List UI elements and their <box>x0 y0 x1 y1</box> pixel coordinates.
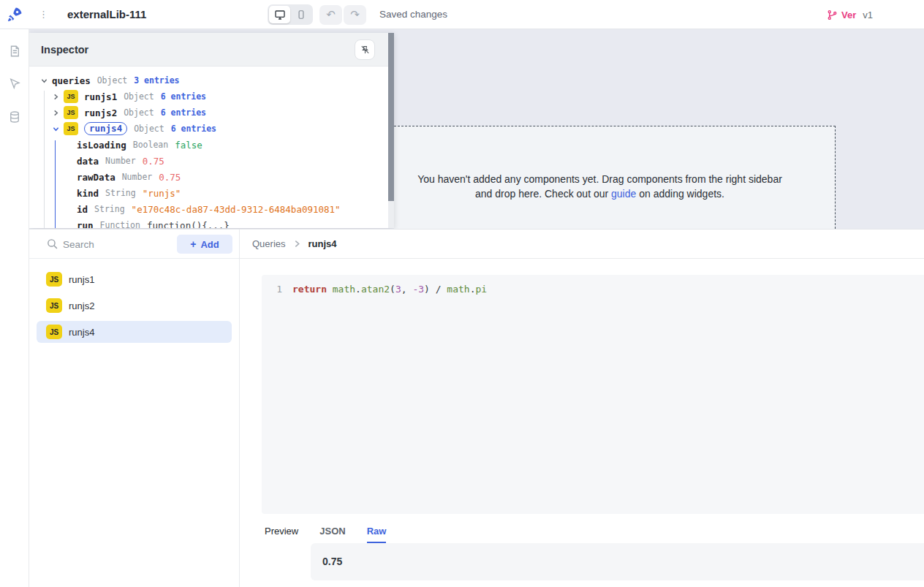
code-editor[interactable]: 1 return math.atan2(3, -3) / math.pi <box>262 275 924 514</box>
tree-count: 6 entries <box>161 91 206 102</box>
inspector-scrollbar[interactable] <box>388 33 394 228</box>
tree-type: Object <box>97 75 128 86</box>
prop-type: Function <box>100 220 140 228</box>
canvas-empty-line2: and drop here. Check out our guide on ad… <box>394 186 806 201</box>
prop-key: isLoading <box>77 140 126 151</box>
tree-count: 6 entries <box>161 107 206 118</box>
tree-prop-id[interactable]: id String "e170c48c-da87-43dd-9312-6484b… <box>29 201 394 217</box>
desktop-toggle-button[interactable] <box>269 6 290 23</box>
tree-type: Object <box>124 107 154 118</box>
add-query-button[interactable]: + Add <box>177 235 232 254</box>
query-item-label: runjs4 <box>69 327 94 338</box>
canvas-empty-line1: You haven't added any components yet. Dr… <box>394 172 806 186</box>
query-search-input[interactable] <box>63 233 173 255</box>
prop-value: 0.75 <box>143 156 164 167</box>
guide-link[interactable]: guide <box>611 188 636 200</box>
tree-prop-rawData[interactable]: rawData Number 0.75 <box>29 169 394 185</box>
tree-key: runjs1 <box>84 91 117 102</box>
pin-off-icon <box>360 45 371 56</box>
tree-prop-run[interactable]: run Function function(){...} <box>29 217 394 228</box>
search-icon <box>46 238 58 250</box>
pages-document-icon <box>8 45 21 58</box>
inspect-cursor-icon <box>8 77 21 91</box>
chevron-right-icon[interactable] <box>52 93 59 100</box>
canvas-empty-message: You haven't added any components yet. Dr… <box>394 172 835 201</box>
unpin-button[interactable] <box>355 39 375 60</box>
chevron-down-icon[interactable] <box>52 125 59 132</box>
git-version-icon <box>827 10 838 20</box>
app-title: externalLib-111 <box>67 0 146 29</box>
tree-prop-isLoading[interactable]: isLoading Boolean false <box>29 137 394 153</box>
query-list: JS runjs1 JS runjs2 JS runjs4 <box>29 259 239 343</box>
version-label: Ver <box>841 10 856 20</box>
undo-button[interactable]: ↶ <box>319 5 342 25</box>
inspector-panel: Inspector queries Object 3 entries JS ru… <box>29 33 394 228</box>
prop-type: Boolean <box>133 140 168 150</box>
tree-type: Object <box>134 124 164 134</box>
tree-key: queries <box>52 75 91 86</box>
inspector-title: Inspector <box>41 33 88 67</box>
breadcrumb-queries[interactable]: Queries <box>252 238 286 249</box>
js-badge: JS <box>46 298 62 313</box>
tab-json[interactable]: JSON <box>319 526 345 543</box>
sidebar-item-inspector[interactable] <box>0 74 29 94</box>
version-value: v1 <box>863 10 873 20</box>
tree-type: Object <box>124 91 154 102</box>
database-icon <box>8 110 21 124</box>
chevron-right-icon[interactable] <box>52 109 59 116</box>
tree-node-runjs2[interactable]: JS runjs2 Object 6 entries <box>29 105 394 121</box>
prop-value: "runjs" <box>143 188 181 199</box>
scrollbar-thumb[interactable] <box>388 33 394 201</box>
top-bar: ⋮ externalLib-111 ↶ ↷ Saved changes Ver … <box>0 0 924 29</box>
prop-key: data <box>77 156 99 167</box>
tree-guide-line <box>44 91 45 228</box>
prop-key: id <box>77 204 88 215</box>
tab-preview[interactable]: Preview <box>265 526 298 543</box>
tab-raw[interactable]: Raw <box>367 526 387 543</box>
tree-prop-kind[interactable]: kind String "runjs" <box>29 185 394 201</box>
js-badge: JS <box>46 325 62 339</box>
chevron-down-icon[interactable] <box>40 77 48 84</box>
prop-key: rawData <box>77 172 116 183</box>
sidebar-item-pages[interactable] <box>0 41 29 61</box>
js-badge: JS <box>64 90 78 103</box>
version-selector[interactable]: Ver v1 <box>827 0 873 29</box>
prop-type: String <box>94 204 125 214</box>
breadcrumb-current-query: runjs4 <box>308 238 337 249</box>
chevron-right-icon <box>293 240 301 248</box>
device-toggle <box>268 4 313 25</box>
line-number: 1 <box>262 282 282 297</box>
app-menu-kebab-icon[interactable]: ⋮ <box>39 0 48 29</box>
left-sidebar-rail <box>0 29 29 587</box>
plus-icon: + <box>190 238 196 250</box>
tree-node-runjs1[interactable]: JS runjs1 Object 6 entries <box>29 88 394 105</box>
js-badge: JS <box>64 106 78 119</box>
query-item-label: runjs1 <box>69 274 94 285</box>
redo-button[interactable]: ↷ <box>344 5 366 25</box>
query-list-item-runjs4[interactable]: JS runjs4 <box>37 321 232 343</box>
add-query-label: Add <box>200 239 219 250</box>
inspector-tree: queries Object 3 entries JS runjs1 Objec… <box>29 67 394 228</box>
prop-key: kind <box>77 188 99 199</box>
canvas-drop-area[interactable]: You haven't added any components yet. Dr… <box>394 126 836 229</box>
tree-prop-data[interactable]: data Number 0.75 <box>29 153 394 169</box>
query-list-item-runjs1[interactable]: JS runjs1 <box>37 268 232 290</box>
query-editor-panel: Queries runjs4 1 return math.atan2(3, -3… <box>240 230 924 587</box>
query-panel: + Add JS runjs1 JS runjs2 JS runjs4 Quer… <box>29 229 924 587</box>
tree-guide-line-active <box>55 140 56 228</box>
desktop-icon <box>274 9 286 20</box>
inspector-header: Inspector <box>29 33 394 67</box>
code-content: return math.atan2(3, -3) / math.pi <box>292 282 487 297</box>
query-list-item-runjs2[interactable]: JS runjs2 <box>37 295 232 317</box>
app-logo-rocket-icon[interactable] <box>6 6 23 23</box>
prop-value: false <box>175 140 202 151</box>
prop-type: Number <box>122 172 153 182</box>
query-search-row: + Add <box>29 230 239 259</box>
sidebar-item-datasources[interactable] <box>0 107 29 127</box>
tree-node-runjs4[interactable]: JS runjs4 Object 6 entries <box>29 121 394 137</box>
prop-value: function(){...} <box>147 220 230 229</box>
mobile-icon <box>296 9 306 20</box>
save-status: Saved changes <box>379 0 447 29</box>
tree-node-queries[interactable]: queries Object 3 entries <box>29 72 394 88</box>
mobile-toggle-button[interactable] <box>290 6 311 23</box>
